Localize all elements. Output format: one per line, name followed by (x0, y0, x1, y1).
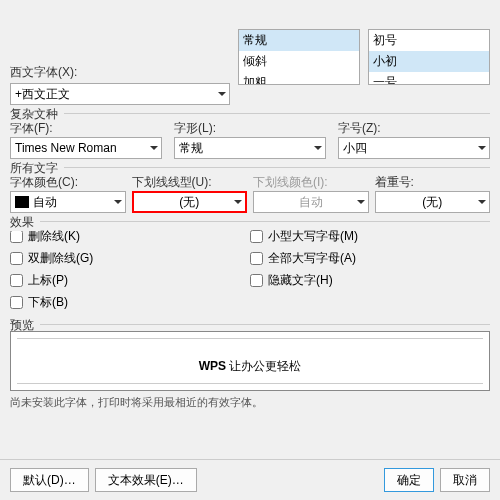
list-item[interactable]: 加粗 (239, 72, 359, 85)
complex-size-value: 小四 (343, 140, 367, 157)
chevron-down-icon (114, 200, 122, 204)
superscript-checkbox[interactable]: 上标(P) (10, 272, 250, 289)
chevron-down-icon (357, 200, 365, 204)
font-color-combo[interactable]: 自动 (10, 191, 126, 213)
default-button[interactable]: 默认(D)… (10, 468, 89, 492)
alltext-title: 所有文字 (10, 160, 64, 177)
preview-text: WPS 让办公更轻松 (199, 345, 302, 377)
chevron-down-icon (150, 146, 158, 150)
chevron-down-icon (234, 200, 242, 204)
complex-title: 复杂文种 (10, 106, 64, 123)
complex-font-value: Times New Roman (15, 141, 117, 155)
chevron-down-icon (478, 146, 486, 150)
hidden-checkbox[interactable]: 隐藏文字(H) (250, 272, 490, 289)
list-item[interactable]: 倾斜 (239, 51, 359, 72)
complex-size-label: 字号(Z): (338, 121, 381, 135)
preview-box: WPS 让办公更轻松 (10, 331, 490, 391)
complex-size-combo[interactable]: 小四 (338, 137, 490, 159)
font-color-label: 字体颜色(C): (10, 175, 78, 189)
underline-label: 下划线线型(U): (132, 175, 212, 189)
smallcaps-checkbox[interactable]: 小型大写字母(M) (250, 228, 490, 245)
effects-section: 效果 删除线(K) 双删除线(G) 上标(P) 下标(B) 小型大写字母(M) … (10, 221, 490, 316)
underline-color-label: 下划线颜色(I): (253, 175, 328, 189)
size-listbox[interactable]: 初号 小初 一号 (368, 29, 490, 85)
complex-style-combo[interactable]: 常规 (174, 137, 326, 159)
allcaps-checkbox[interactable]: 全部大写字母(A) (250, 250, 490, 267)
text-effect-button[interactable]: 文本效果(E)… (95, 468, 197, 492)
preview-section: 预览 WPS 让办公更轻松 尚未安装此字体，打印时将采用最相近的有效字体。 (10, 324, 490, 410)
western-font-value: +西文正文 (15, 86, 70, 103)
strike-checkbox[interactable]: 删除线(K) (10, 228, 250, 245)
dblstrike-checkbox[interactable]: 双删除线(G) (10, 250, 250, 267)
western-font-combo[interactable]: +西文正文 (10, 83, 230, 105)
font-color-value: 自动 (33, 194, 57, 211)
underline-value: (无) (179, 194, 199, 211)
emphasis-combo[interactable]: (无) (375, 191, 491, 213)
ok-button[interactable]: 确定 (384, 468, 434, 492)
effects-title: 效果 (10, 214, 40, 231)
cancel-button[interactable]: 取消 (440, 468, 490, 492)
underline-color-combo: 自动 (253, 191, 369, 213)
list-item[interactable]: 初号 (369, 30, 489, 51)
preview-note: 尚未安装此字体，打印时将采用最相近的有效字体。 (10, 395, 490, 410)
western-font-label: 西文字体(X): (10, 64, 230, 81)
list-item[interactable]: 小初 (369, 51, 489, 72)
complex-style-label: 字形(L): (174, 121, 216, 135)
list-item[interactable]: 常规 (239, 30, 359, 51)
chevron-down-icon (478, 200, 486, 204)
style-listbox[interactable]: 常规 倾斜 加粗 (238, 29, 360, 85)
chevron-down-icon (314, 146, 322, 150)
subscript-checkbox[interactable]: 下标(B) (10, 294, 250, 311)
font-dialog: 西文字体(X): +西文正文 常规 倾斜 加粗 初号 小初 一号 复杂文种 (0, 0, 500, 418)
emphasis-value: (无) (422, 194, 442, 211)
underline-combo[interactable]: (无) (132, 191, 248, 213)
emphasis-label: 着重号: (375, 175, 414, 189)
color-swatch (15, 196, 29, 208)
complex-section: 复杂文种 字体(F): Times New Roman 字形(L): 常规 字号… (10, 113, 490, 159)
complex-font-label: 字体(F): (10, 121, 53, 135)
complex-style-value: 常规 (179, 140, 203, 157)
complex-font-combo[interactable]: Times New Roman (10, 137, 162, 159)
alltext-section: 所有文字 字体颜色(C): 自动 下划线线型(U): (无) 下划线颜色(I): (10, 167, 490, 213)
list-item[interactable]: 一号 (369, 72, 489, 85)
dialog-footer: 默认(D)… 文本效果(E)… 确定 取消 (0, 459, 500, 500)
underline-color-value: 自动 (299, 194, 323, 211)
chevron-down-icon (218, 92, 226, 96)
